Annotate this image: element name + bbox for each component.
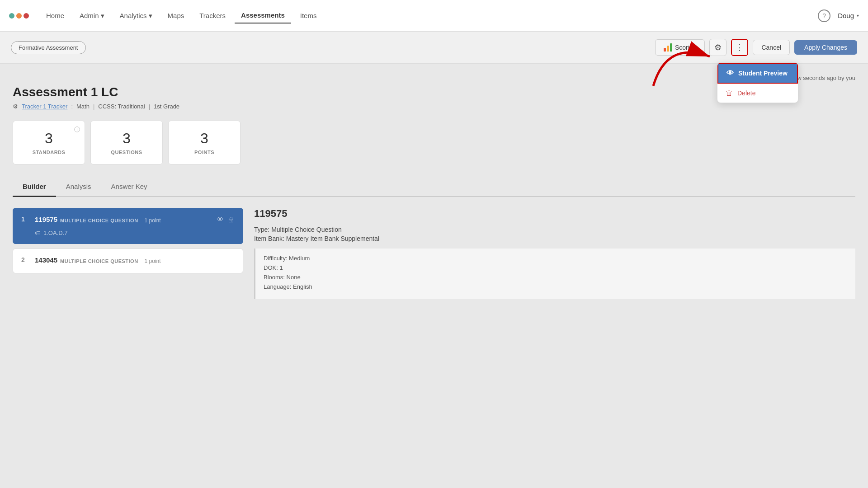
scoring-label: Scoring bbox=[675, 44, 696, 51]
student-preview-option[interactable]: 👁 Student Preview bbox=[717, 63, 798, 84]
app-logo bbox=[9, 13, 29, 19]
detail-dok-row: DOK: 1 bbox=[264, 264, 847, 271]
user-menu[interactable]: Doug ▾ bbox=[838, 12, 859, 19]
detail-difficulty-row: Difficulty: Medium bbox=[264, 255, 847, 262]
tab-builder[interactable]: Builder bbox=[13, 177, 56, 197]
main-nav: Home Admin ▾ Analytics ▾ Maps Trackers A… bbox=[0, 0, 868, 32]
cancel-button[interactable]: Cancel bbox=[753, 40, 790, 55]
meta-sep1: : bbox=[71, 103, 73, 110]
nav-right: ? Doug ▾ bbox=[818, 9, 859, 22]
tracker-icon: ⚙ bbox=[13, 103, 18, 110]
more-options-dropdown: 👁 Student Preview 🗑 Delete bbox=[717, 62, 798, 103]
nav-items: Home Admin ▾ Analytics ▾ Maps Trackers A… bbox=[40, 8, 818, 23]
question-card-2[interactable]: 2 143045 MULTIPLE CHOICE QUESTION 1 poin… bbox=[13, 249, 243, 273]
nav-admin[interactable]: Admin ▾ bbox=[73, 8, 111, 23]
questions-number: 3 bbox=[104, 130, 149, 147]
question-points-2: 1 point bbox=[145, 258, 161, 264]
nav-trackers[interactable]: Trackers bbox=[193, 8, 232, 23]
question-body-1: 119575 MULTIPLE CHOICE QUESTION 1 point … bbox=[35, 216, 211, 236]
question-points-1: 1 point bbox=[145, 217, 161, 224]
stats-row: ⓘ 3 STANDARDS 3 QUESTIONS 3 POINTS bbox=[13, 121, 855, 164]
detail-panel: 119575 Type: Multiple Choice Question It… bbox=[243, 208, 855, 299]
assessment-meta: ⚙ Tracker 1 Tracker : Math | CCSS: Tradi… bbox=[13, 103, 855, 110]
nav-items[interactable]: Items bbox=[294, 8, 323, 23]
scoring-button[interactable]: Scoring bbox=[655, 39, 705, 56]
meta-sep3: | bbox=[149, 103, 150, 110]
admin-chevron-icon: ▾ bbox=[101, 12, 104, 20]
logo-dot-orange bbox=[16, 13, 22, 19]
points-number: 3 bbox=[182, 130, 226, 147]
meta-grade: 1st Grade bbox=[154, 103, 179, 110]
standards-stat: ⓘ 3 STANDARDS bbox=[13, 121, 85, 164]
detail-bank-row: Item Bank: Mastery Item Bank Supplementa… bbox=[254, 235, 855, 242]
tab-analysis[interactable]: Analysis bbox=[56, 177, 101, 197]
scoring-bars-icon bbox=[664, 43, 672, 52]
meta-subject: Math bbox=[76, 103, 90, 110]
apply-changes-button[interactable]: Apply Changes bbox=[794, 40, 857, 55]
questions-label: QUESTIONS bbox=[104, 150, 149, 155]
builder-area: 1 119575 MULTIPLE CHOICE QUESTION 1 poin… bbox=[13, 208, 855, 299]
settings-button[interactable]: ⚙ bbox=[709, 39, 726, 56]
question-list: 1 119575 MULTIPLE CHOICE QUESTION 1 poin… bbox=[13, 208, 243, 299]
detail-dok-value: 1 bbox=[279, 264, 283, 271]
nav-maps[interactable]: Maps bbox=[161, 8, 191, 23]
question-type-2: MULTIPLE CHOICE QUESTION bbox=[60, 258, 138, 264]
points-stat: 3 POINTS bbox=[168, 121, 241, 164]
meta-sep2: | bbox=[93, 103, 94, 110]
question-type-1: MULTIPLE CHOICE QUESTION bbox=[60, 218, 138, 223]
main-content: w seconds ago by you Assessment 1 LC ⚙ T… bbox=[0, 64, 868, 479]
gear-icon: ⚙ bbox=[714, 42, 722, 52]
detail-type-value: Multiple Choice Question bbox=[271, 226, 342, 233]
standards-info-icon[interactable]: ⓘ bbox=[74, 126, 80, 134]
tab-answer-key[interactable]: Answer Key bbox=[101, 177, 157, 197]
nav-analytics[interactable]: Analytics ▾ bbox=[113, 8, 159, 23]
detail-blooms-value: None bbox=[287, 274, 301, 281]
detail-language-row: Language: English bbox=[264, 283, 847, 290]
eye-icon-1[interactable]: 👁 bbox=[217, 216, 224, 224]
nav-home[interactable]: Home bbox=[40, 8, 71, 23]
logo-dot-red bbox=[24, 13, 29, 19]
detail-blooms-row: Blooms: None bbox=[264, 274, 847, 281]
logo-dot-green bbox=[9, 13, 14, 19]
bar1 bbox=[664, 48, 666, 52]
detail-bank-value: Mastery Item Bank Supplemental bbox=[286, 235, 379, 242]
detail-type-row: Type: Multiple Choice Question bbox=[254, 226, 855, 233]
question-actions-1: 👁 🖨 bbox=[217, 216, 235, 224]
toolbar: Formative Assessment Scoring ⚙ ⋮ Cancel … bbox=[0, 32, 868, 64]
analytics-chevron-icon: ▾ bbox=[149, 12, 152, 20]
trash-icon: 🗑 bbox=[726, 89, 733, 97]
help-button[interactable]: ? bbox=[818, 9, 830, 22]
question-id-2: 143045 bbox=[35, 256, 57, 264]
student-preview-label: Student Preview bbox=[738, 70, 788, 77]
print-icon-1[interactable]: 🖨 bbox=[227, 216, 235, 224]
meta-standard: CCSS: Traditional bbox=[98, 103, 145, 110]
delete-label: Delete bbox=[737, 89, 755, 97]
username-label: Doug bbox=[838, 12, 854, 19]
standard-icon-1: 🏷 bbox=[35, 230, 41, 236]
question-body-2: 143045 MULTIPLE CHOICE QUESTION 1 point bbox=[35, 256, 235, 266]
standards-number: 3 bbox=[27, 130, 71, 147]
question-number-1: 1 bbox=[21, 216, 29, 223]
question-id-1: 119575 bbox=[35, 216, 57, 223]
bar3 bbox=[670, 43, 672, 52]
toolbar-right: Scoring ⚙ ⋮ Cancel Apply Changes bbox=[655, 39, 857, 56]
standards-label: STANDARDS bbox=[27, 150, 71, 155]
bar2 bbox=[667, 46, 669, 52]
question-number-2: 2 bbox=[21, 256, 29, 263]
question-standard-1: 🏷 1.OA.D.7 bbox=[35, 230, 211, 236]
more-options-button[interactable]: ⋮ bbox=[731, 39, 748, 56]
ellipsis-icon: ⋮ bbox=[736, 42, 744, 52]
student-preview-icon: 👁 bbox=[726, 69, 734, 77]
questions-stat: 3 QUESTIONS bbox=[90, 121, 163, 164]
delete-option[interactable]: 🗑 Delete bbox=[717, 84, 798, 103]
content-tabs: Builder Analysis Answer Key bbox=[13, 177, 855, 197]
points-label: POINTS bbox=[182, 150, 226, 155]
user-chevron-icon: ▾ bbox=[857, 13, 859, 18]
question-card-1[interactable]: 1 119575 MULTIPLE CHOICE QUESTION 1 poin… bbox=[13, 208, 243, 244]
tracker-link[interactable]: Tracker 1 Tracker bbox=[22, 103, 67, 110]
detail-difficulty-value: Medium bbox=[289, 255, 310, 262]
nav-assessments[interactable]: Assessments bbox=[235, 8, 291, 23]
detail-id: 119575 bbox=[254, 208, 855, 220]
formative-assessment-badge[interactable]: Formative Assessment bbox=[11, 41, 86, 54]
detail-meta-block: Difficulty: Medium DOK: 1 Blooms: None L… bbox=[254, 249, 855, 299]
